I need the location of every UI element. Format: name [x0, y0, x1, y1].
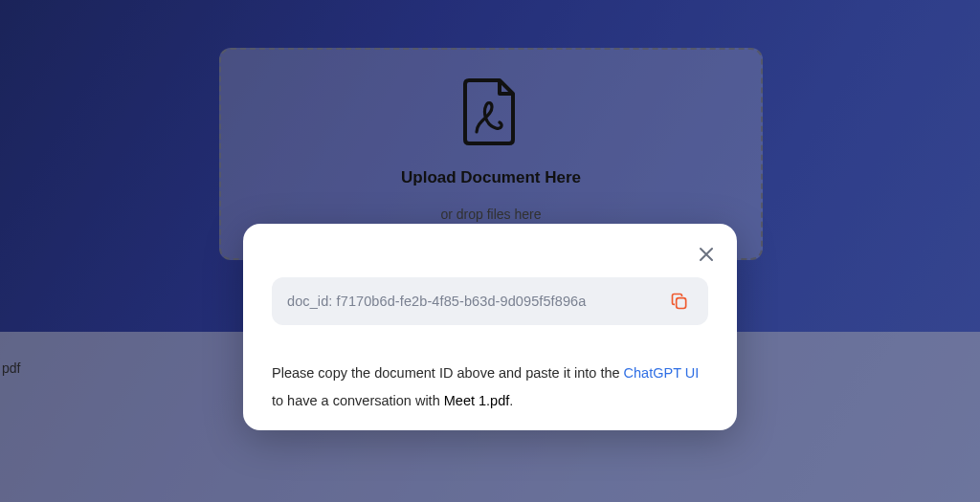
upload-title: Upload Document Here — [401, 168, 581, 187]
instruction-mid: to have a conversation with — [272, 393, 444, 408]
instruction-pre: Please copy the document ID above and pa… — [272, 365, 624, 381]
instruction-text: Please copy the document ID above and pa… — [272, 360, 708, 415]
chatgpt-ui-link[interactable]: ChatGPT UI — [624, 365, 700, 381]
svg-rect-0 — [677, 298, 686, 309]
pdf-file-icon — [457, 76, 524, 151]
doc-id-value: doc_id: f7170b6d-fe2b-4f85-b63d-9d095f5f… — [287, 294, 666, 309]
upload-subtitle: or drop files here — [440, 207, 541, 222]
document-id-modal: doc_id: f7170b6d-fe2b-4f85-b63d-9d095f5f… — [243, 224, 737, 430]
close-icon — [699, 247, 714, 262]
instruction-end: . — [509, 393, 513, 408]
conversation-filename: Meet 1.pdf — [444, 393, 510, 408]
doc-id-field: doc_id: f7170b6d-fe2b-4f85-b63d-9d095f5f… — [272, 277, 708, 325]
close-button[interactable] — [693, 241, 720, 268]
copy-icon — [670, 292, 689, 311]
copy-button[interactable] — [666, 288, 693, 315]
